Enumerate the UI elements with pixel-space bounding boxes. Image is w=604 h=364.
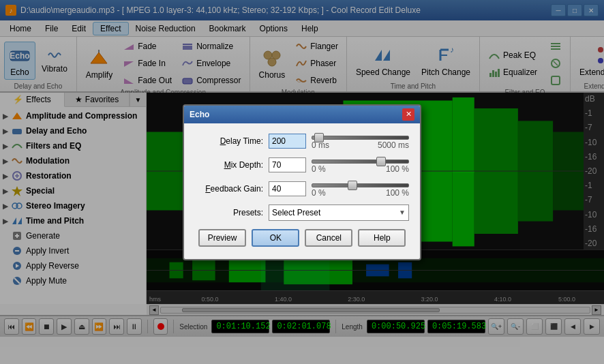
mix-depth-slider-container: 0 % 100 %: [312, 157, 409, 174]
mix-depth-slider[interactable]: [312, 160, 409, 164]
modal-title: Echo: [190, 110, 209, 119]
mix-depth-thumb[interactable]: [376, 157, 386, 166]
feedback-gain-label: Feedback Gain:: [195, 184, 263, 194]
echo-dialog: Echo ✕ Delay Time: 0 ms 5000 ms: [183, 104, 421, 260]
delay-time-label: Delay Time:: [195, 136, 263, 146]
help-button[interactable]: Help: [358, 229, 406, 247]
delay-time-row: Delay Time: 0 ms 5000 ms: [195, 133, 409, 150]
presets-label: Presets:: [195, 208, 263, 217]
modal-body: Delay Time: 0 ms 5000 ms Mix Depth:: [184, 123, 420, 259]
delay-time-slider-labels: 0 ms 5000 ms: [312, 140, 409, 150]
feedback-gain-slider-labels: 0 % 100 %: [312, 188, 409, 198]
modal-close-button[interactable]: ✕: [402, 108, 414, 121]
cancel-button[interactable]: Cancel: [305, 229, 352, 247]
feedback-gain-slider[interactable]: [312, 183, 409, 187]
modal-overlay: Echo ✕ Delay Time: 0 ms 5000 ms: [0, 0, 604, 364]
modal-buttons: Preview OK Cancel Help: [195, 229, 409, 249]
ok-button[interactable]: OK: [252, 229, 299, 247]
preview-button[interactable]: Preview: [198, 229, 247, 247]
modal-title-bar: Echo ✕: [184, 106, 420, 123]
presets-arrow-icon: ▼: [399, 209, 406, 216]
delay-time-slider[interactable]: [312, 136, 409, 140]
mix-depth-label: Mix Depth:: [195, 160, 263, 170]
mix-max-label: 100 %: [386, 164, 409, 174]
feedback-gain-thumb[interactable]: [348, 181, 357, 190]
mix-depth-slider-labels: 0 % 100 %: [312, 164, 409, 174]
mix-depth-row: Mix Depth: 0 % 100 %: [195, 157, 409, 174]
mix-depth-input[interactable]: [269, 157, 306, 172]
feedback-max-label: 100 %: [386, 188, 409, 198]
delay-time-input[interactable]: [269, 134, 306, 149]
presets-dropdown[interactable]: Select Preset ▼: [269, 204, 409, 221]
presets-value: Select Preset: [272, 208, 320, 217]
feedback-gain-row: Feedback Gain: 0 % 100 %: [195, 181, 409, 198]
delay-time-slider-container: 0 ms 5000 ms: [312, 133, 409, 150]
mix-min-label: 0 %: [312, 164, 326, 174]
feedback-gain-slider-container: 0 % 100 %: [312, 181, 409, 198]
feedback-min-label: 0 %: [312, 188, 326, 198]
presets-row: Presets: Select Preset ▼: [195, 204, 409, 221]
feedback-gain-input[interactable]: [269, 181, 306, 196]
delay-max-label: 5000 ms: [378, 140, 409, 150]
delay-time-thumb[interactable]: [314, 133, 324, 142]
